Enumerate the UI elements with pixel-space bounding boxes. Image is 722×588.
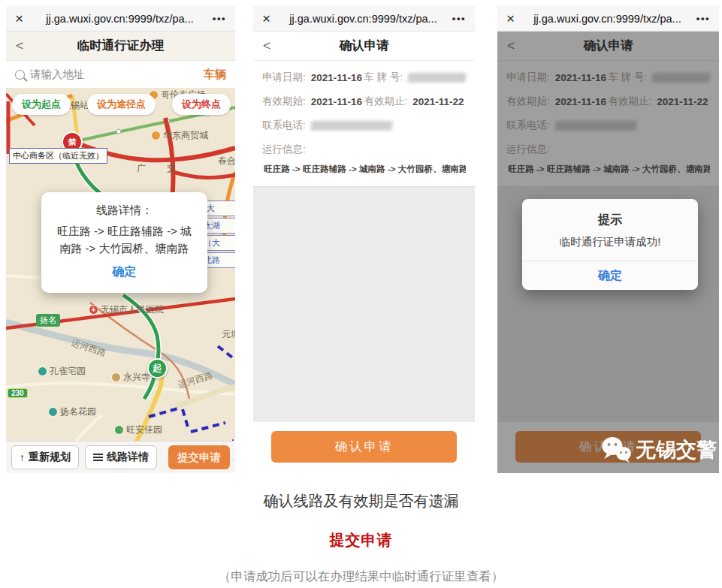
poi-icon	[111, 372, 121, 382]
address-search-row: 请输入地址 车辆	[6, 61, 235, 88]
valid-from-label: 有效期始:	[262, 95, 306, 108]
poi-icon	[38, 366, 47, 376]
set-point-buttons: 设为起点 设为途径点 设为终点	[12, 94, 231, 115]
confirm-form-body: 申请日期: 2021-11-16 车 牌 号: 有效期始: 2021-11-16…	[253, 61, 475, 473]
map-label: 扬名花园	[48, 406, 96, 418]
apply-date-value: 2021-11-16	[311, 72, 362, 83]
route-info-label: 运行信息:	[262, 143, 306, 156]
map-label: 元塘	[222, 328, 235, 341]
submit-area: 确认申请	[253, 422, 475, 473]
vehicle-button[interactable]: 车辆	[204, 68, 226, 82]
plate-value-redacted	[408, 73, 467, 83]
content-spacer	[253, 186, 475, 422]
set-point-button[interactable]: 设为起点	[12, 94, 71, 115]
screenshot-route-planning: × jj.ga.wuxi.gov.cn:9999/txz/pa... ••• <…	[6, 6, 235, 473]
dialog-title: 线路详情：	[41, 204, 207, 218]
route-info-value: 旺庄路 -> 旺庄路辅路 -> 城南路 -> 大竹园桥、塘南路	[262, 164, 466, 183]
list-icon	[93, 454, 103, 455]
map-label: 华东商贸城	[151, 129, 208, 142]
browser-bar: × jj.ga.wuxi.gov.cn:9999/txz/pa... •••	[6, 6, 235, 32]
watermark-text: 无锡交警	[636, 436, 717, 463]
valid-to-value: 2021-11-22	[412, 96, 464, 107]
page-title: 确认申请	[340, 38, 389, 54]
submit-application-button[interactable]: 提交申请	[168, 445, 230, 469]
alert-message: 临时通行证申请成功!	[530, 235, 690, 249]
map-label: 春合	[218, 155, 235, 167]
browser-bar: × jj.ga.wuxi.gov.cn:9999/txz/pa... •••	[253, 6, 475, 32]
application-form: 申请日期: 2021-11-16 车 牌 号: 有效期始: 2021-11-16…	[253, 61, 475, 186]
phone-label: 联系电话:	[262, 119, 306, 132]
route-text-line2: 南路 -> 大竹园桥、塘南路	[41, 240, 207, 257]
confirm-application-button[interactable]: 确认申请	[271, 431, 457, 463]
address-bar[interactable]: jj.ga.wuxi.gov.cn:9999/txz/pa...	[36, 13, 204, 25]
valid-to-label: 有效期止:	[364, 95, 408, 108]
address-bar[interactable]: jj.ga.wuxi.gov.cn:9999/txz/pa...	[527, 13, 687, 25]
valid-from-value: 2021-11-16	[311, 96, 362, 107]
dialog-confirm-button[interactable]: 确定	[41, 264, 207, 280]
success-alert-dialog: 提示 临时通行证申请成功! 确定	[522, 199, 698, 290]
map-label: 交	[167, 162, 176, 175]
page-header: < 确认申请	[253, 32, 475, 61]
map-label: 扬名	[36, 314, 60, 327]
wechat-icon	[601, 436, 633, 463]
alert-title: 提示	[522, 213, 698, 228]
route-detail-dialog: 线路详情： 旺庄路 -> 旺庄路辅路 -> 城 南路 -> 大竹园桥、塘南路 确…	[41, 192, 207, 293]
search-icon	[15, 70, 25, 80]
poi-icon	[48, 407, 58, 417]
route-text-line1: 旺庄路 -> 旺庄路辅路 -> 城	[41, 222, 207, 240]
caption-instruction: 确认线路及有效期是否有遗漏	[0, 491, 722, 511]
article-caption: 确认线路及有效期是否有遗漏 提交申请 （申请成功后可以在办理结果中临时通行证里查…	[0, 473, 722, 585]
page-header: < 临时通行证办理	[6, 32, 235, 61]
caption-note: （申请成功后可以在办理结果中临时通行证里查看）	[0, 568, 722, 585]
address-bar[interactable]: jj.ga.wuxi.gov.cn:9999/txz/pa...	[283, 13, 443, 25]
screenshot-confirm-application: × jj.ga.wuxi.gov.cn:9999/txz/pa... ••• <…	[253, 6, 475, 473]
poi-icon	[151, 131, 161, 140]
back-icon[interactable]: <	[263, 38, 271, 54]
route-detail-button[interactable]: 线路详情	[85, 445, 157, 469]
set-point-button[interactable]: 设为终点	[172, 94, 231, 115]
browser-bar: × jj.ga.wuxi.gov.cn:9999/txz/pa... •••	[497, 6, 719, 32]
route-start-marker: 起	[147, 358, 168, 378]
plate-label: 车 牌 号:	[364, 71, 403, 84]
alert-confirm-button[interactable]: 确定	[522, 261, 698, 290]
map-label: 旺安佳园	[114, 424, 162, 436]
phone-value-redacted	[310, 121, 392, 131]
poi-icon	[89, 305, 98, 315]
replan-icon: ↑	[20, 451, 25, 463]
map-label: 无锡市人民医院	[89, 303, 164, 316]
map-label: 永兴寺	[111, 371, 150, 384]
close-icon[interactable]: ×	[15, 11, 36, 27]
close-icon[interactable]: ×	[506, 11, 527, 27]
map-label: 230	[8, 388, 28, 398]
more-menu-icon[interactable]: •••	[204, 13, 226, 24]
caption-step-title: 提交申请	[0, 530, 722, 550]
replan-button[interactable]: ↑ 重新规划	[11, 445, 79, 469]
search-input[interactable]: 请输入地址	[30, 68, 204, 82]
set-point-button[interactable]: 设为途径点	[87, 94, 156, 115]
close-icon[interactable]: ×	[262, 11, 283, 27]
map-action-bar: ↑ 重新规划 线路详情 提交申请	[6, 441, 235, 473]
more-menu-icon[interactable]: •••	[687, 13, 710, 24]
apply-date-label: 申请日期:	[262, 71, 306, 84]
map-label: 广	[137, 162, 146, 175]
page-title: 临时通行证办理	[77, 38, 165, 54]
poi-icon	[114, 425, 124, 435]
back-icon[interactable]: <	[16, 38, 24, 54]
wuxi-traffic-police-watermark: 无锡交警	[601, 436, 717, 463]
more-menu-icon[interactable]: •••	[443, 13, 466, 24]
route-map[interactable]: 设为起点 设为途径点 设为终点 哥伦布广场 无锡站 华东商贸城 广 交 春合 元…	[6, 88, 235, 473]
map-label: 孔雀宅园	[38, 365, 86, 378]
zone-restriction-label: 中心商务区（临近无效）	[9, 148, 107, 164]
screenshot-application-success: × jj.ga.wuxi.gov.cn:9999/txz/pa... ••• <…	[497, 6, 719, 473]
